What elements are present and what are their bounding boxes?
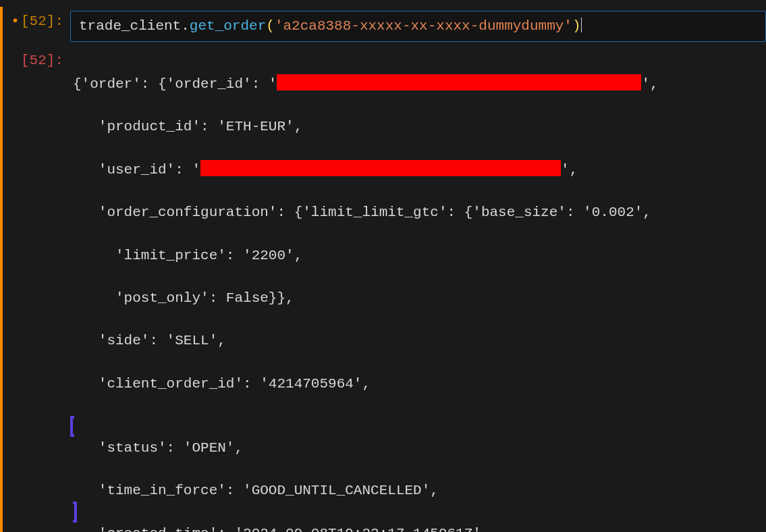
output-text-fragment: ', <box>561 162 578 178</box>
output-line: 'product_id': 'ETH-EUR', <box>73 116 761 138</box>
code-editor[interactable]: trade_client.get_order('a2ca8388-xxxxx-x… <box>70 11 766 42</box>
code-line: trade_client.get_order('a2ca8388-xxxxx-x… <box>79 16 582 37</box>
output-prompt-number: 52 <box>30 53 47 68</box>
output-line: {'order': {'order_id': '', <box>73 74 761 95</box>
highlighted-block: 'status': 'OPEN', 'time_in_force': 'GOOD… <box>70 416 761 523</box>
output-line: 'side': 'SELL', <box>73 330 761 352</box>
text-cursor <box>581 18 582 32</box>
code-token-method: get_order <box>190 18 266 34</box>
output-line: 'user_id': '', <box>73 159 761 181</box>
output-line: 'created_time': '2024-09-08T19:22:17.145… <box>73 523 761 532</box>
output-line: 'order_configuration': {'limit_limit_gtc… <box>73 202 761 223</box>
output-line: 'time_in_force': 'GOOD_UNTIL_CANCELLED', <box>73 480 761 502</box>
output-text: {'order': {'order_id': '', 'product_id':… <box>70 50 766 533</box>
code-token-object: trade_client <box>79 18 181 34</box>
code-cell: •[52]: trade_client.get_order('a2ca8388-… <box>0 7 766 42</box>
output-line: 'limit_price': '2200', <box>73 245 761 267</box>
output-text-fragment: ', <box>641 76 658 92</box>
output-line: 'client_order_id': '4214705964', <box>73 373 761 395</box>
output-line: 'status': 'OPEN', <box>73 437 761 459</box>
dirty-indicator: • <box>11 14 20 29</box>
notebook: •[52]: trade_client.get_order('a2ca8388-… <box>0 0 766 532</box>
code-token-string: 'a2ca8388-xxxxx-xx-xxxx-dummydummy' <box>275 18 572 34</box>
redacted-order-id <box>277 74 641 90</box>
output-cell: [52]: {'order': {'order_id': '', 'produc… <box>0 42 766 533</box>
output-prompt: [52]: <box>3 50 70 72</box>
input-prompt: •[52]: <box>3 11 70 32</box>
output-text-fragment: 'user_id': ' <box>73 162 200 178</box>
output-text-fragment: {'order': {'order_id': ' <box>73 76 277 92</box>
redacted-user-id <box>200 160 561 176</box>
input-prompt-number: 52 <box>30 14 47 29</box>
output-line: 'post_only': False}}, <box>73 288 761 309</box>
